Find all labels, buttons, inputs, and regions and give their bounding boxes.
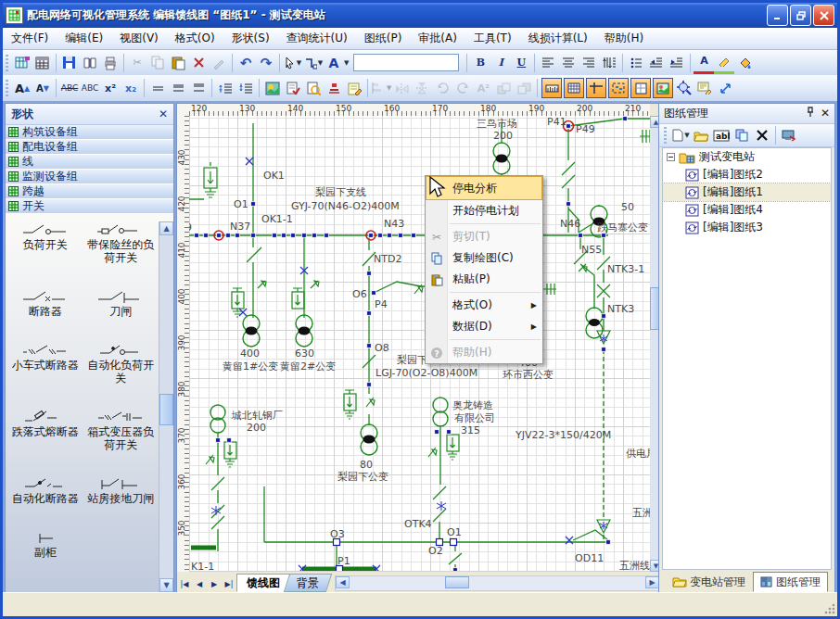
tree-item-sheet2[interactable]: [编辑]图纸2 — [663, 166, 831, 183]
rotate-left-icon[interactable] — [432, 78, 452, 98]
line-spacing-1-icon[interactable] — [147, 78, 168, 98]
shape-dropout-fuse[interactable]: 跌落式熔断器 — [7, 409, 83, 451]
connector-tool-icon[interactable]: ▼ — [303, 53, 324, 73]
tab-station-management[interactable]: 变电站管理 — [665, 572, 753, 592]
next-sheet-icon[interactable]: ▶ — [207, 575, 222, 592]
rotate-text-icon[interactable]: A² — [473, 78, 493, 98]
flip-horizontal-icon[interactable] — [391, 78, 412, 98]
menu-file[interactable]: 文件(F) — [3, 28, 57, 49]
fill-color-icon[interactable] — [734, 53, 755, 73]
menu-format[interactable]: 格式(O) — [167, 28, 223, 49]
properties-icon[interactable] — [694, 78, 715, 98]
scroll-left-icon[interactable]: ◀ — [336, 576, 350, 588]
scroll-right-icon[interactable]: ▶ — [645, 576, 659, 588]
diagram-canvas[interactable]: 三鸟市场 200 P41 P49 50 跌马寨公变 9 N37 N43 N46 … — [189, 116, 650, 572]
tree-item-sheet1-selected[interactable]: [编辑]图纸1 — [663, 183, 831, 201]
shape-box-transformer-switch[interactable]: 箱式变压器负荷开关 — [83, 409, 159, 451]
font-color-icon[interactable]: A — [694, 51, 714, 74]
sync-station-icon[interactable] — [779, 125, 799, 145]
highlight-color-icon[interactable] — [714, 51, 734, 74]
print-icon[interactable] — [100, 53, 121, 73]
shapes-close-icon[interactable]: ✕ — [159, 107, 168, 120]
tab-sheet-management[interactable]: 图纸管理 — [753, 572, 828, 592]
text-direction-icon[interactable] — [599, 53, 619, 73]
shape-fused-load-switch[interactable]: 带保险丝的负荷开关 — [83, 221, 159, 264]
menu-query-stats[interactable]: 查询统计(U) — [278, 28, 356, 49]
close-button[interactable] — [813, 5, 834, 26]
line-spacing-2-icon[interactable] — [188, 78, 209, 98]
tree-item-sheet4[interactable]: [编辑]图纸4 — [663, 201, 831, 219]
menu-item-start-outage-plan[interactable]: 开始停电计划 — [426, 200, 542, 221]
align-right-icon[interactable] — [579, 53, 599, 73]
scroll-down-icon[interactable]: ▼ — [159, 578, 173, 592]
validate-sheet-icon[interactable] — [283, 78, 303, 98]
table-calc-icon[interactable] — [32, 53, 53, 73]
new-sheet-icon[interactable]: ▼ — [670, 125, 691, 145]
shape-cart-breaker[interactable]: 小车式断路器 — [7, 342, 83, 385]
shape-group-lines[interactable]: 线 — [6, 155, 173, 170]
menu-sheet[interactable]: 图纸(P) — [356, 28, 411, 49]
line-spacing-15-icon[interactable] — [168, 78, 188, 98]
superscript-icon[interactable]: x² — [100, 78, 121, 98]
para-spacing-down-icon[interactable] — [235, 78, 256, 98]
collapse-icon[interactable] — [667, 153, 675, 161]
indent-icon[interactable] — [667, 53, 687, 73]
flip-vertical-icon[interactable] — [412, 78, 432, 98]
menu-line-loss[interactable]: 线损计算(L) — [520, 28, 596, 49]
export-diagram-icon[interactable] — [12, 53, 32, 73]
shape-group-monitoring[interactable]: 监测设备组 — [6, 170, 173, 184]
outdent-icon[interactable] — [646, 53, 667, 73]
font-increase-icon[interactable]: A▲ — [12, 78, 32, 98]
menu-item-paste[interactable]: 粘贴(P) — [426, 269, 542, 290]
redo-icon[interactable]: ↷ — [256, 53, 276, 73]
undo-icon[interactable]: ↶ — [235, 53, 256, 73]
view-image-icon[interactable] — [262, 78, 283, 98]
tree-item-sheet3[interactable]: [编辑]图纸3 — [663, 219, 831, 236]
resize-grip[interactable] — [824, 603, 835, 614]
paste-icon[interactable] — [168, 53, 188, 73]
page-breaks-toggle[interactable] — [608, 78, 629, 98]
menu-item-data[interactable]: 数据(D) ▶ — [426, 316, 542, 337]
menu-tools[interactable]: 工具(T) — [465, 28, 520, 49]
shape-group-distribution[interactable]: 配电设备组 — [6, 140, 173, 155]
strikethrough-icon[interactable]: ABC — [59, 78, 80, 98]
subscript-icon[interactable]: x₂ — [121, 78, 141, 98]
align-center-icon[interactable] — [558, 53, 579, 73]
grid-toggle[interactable] — [564, 78, 584, 98]
bullet-list-icon[interactable] — [626, 53, 646, 73]
menu-view[interactable]: 视图(V) — [111, 28, 167, 49]
delete-sheet-icon[interactable] — [752, 125, 772, 145]
menu-help[interactable]: 帮助(H) — [596, 28, 652, 49]
prev-sheet-icon[interactable]: ◀ — [192, 575, 207, 592]
scroll-thumb[interactable] — [445, 576, 469, 588]
pan-zoom-icon[interactable] — [674, 78, 694, 98]
rename-sheet-icon[interactable]: abl — [711, 125, 732, 145]
open-sheet-icon[interactable] — [691, 125, 711, 145]
last-sheet-icon[interactable]: ▶| — [222, 575, 236, 592]
preview-icon[interactable] — [80, 53, 100, 73]
menu-item-format[interactable]: 格式(O) ▶ — [426, 295, 542, 316]
shape-group-switches[interactable]: 开关 — [6, 199, 173, 214]
shape-knife-switch[interactable]: 刀闸 — [83, 288, 159, 318]
scroll-thumb[interactable] — [159, 394, 173, 425]
small-caps-icon[interactable]: ABC — [80, 78, 100, 98]
para-spacing-up-icon[interactable] — [215, 78, 235, 98]
bold-button[interactable]: B — [470, 53, 490, 73]
bring-forward-icon[interactable] — [493, 78, 514, 98]
underline-button[interactable]: U — [511, 53, 531, 73]
connector-arrows-icon[interactable] — [715, 78, 735, 98]
shape-side-cabinet[interactable]: 副柜 — [7, 529, 83, 559]
edit-note-icon[interactable] — [344, 78, 364, 98]
menu-edit[interactable]: 编辑(E) — [57, 28, 111, 49]
italic-button[interactable]: I — [490, 53, 511, 73]
shape-load-switch[interactable]: 负荷开关 — [7, 221, 83, 264]
restore-button[interactable] — [790, 5, 811, 26]
tab-background[interactable]: 背景 — [284, 574, 332, 592]
background-image-toggle[interactable] — [653, 78, 673, 98]
align-shapes-icon[interactable]: ▼ — [371, 78, 391, 98]
shape-station-ground-knife[interactable]: 站房接地刀闸 — [83, 475, 159, 505]
ruler-toggle[interactable] — [541, 78, 562, 98]
stamp-icon[interactable] — [324, 78, 344, 98]
pin-icon[interactable] — [806, 107, 815, 120]
text-tool-icon[interactable]: A — [324, 53, 344, 73]
